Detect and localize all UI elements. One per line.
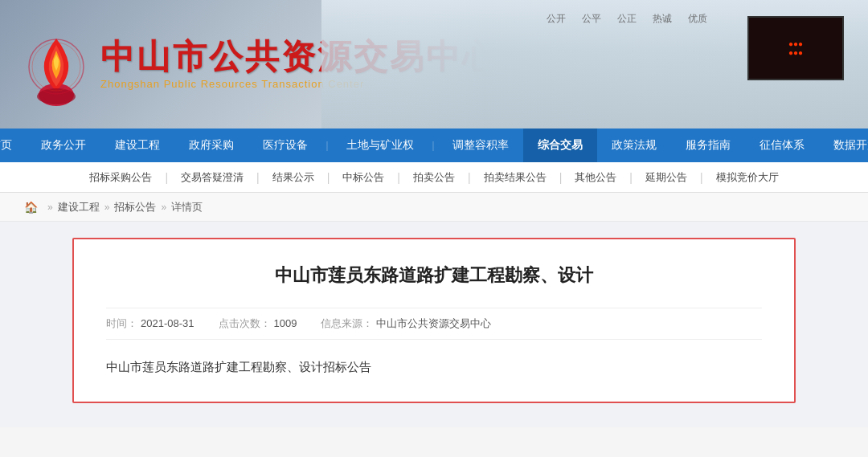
nav-item-procurement[interactable]: 政府采购 (174, 129, 248, 162)
banner-interior: 公开 公平 公正 热诚 优质 ●●●●●● (321, 0, 868, 129)
nav-item-medical[interactable]: 医疗设备 (248, 129, 322, 162)
nav-sec-item-auction-result[interactable]: 拍卖结果公告 (471, 162, 559, 192)
banner-slogans: 公开 公平 公正 热诚 优质 (547, 12, 707, 26)
nav-divider-1: ｜ (322, 139, 332, 153)
nav-item-comprehensive[interactable]: 综合交易 (523, 129, 597, 162)
breadcrumb-arrow-3: » (161, 202, 166, 213)
article-meta: 时间： 2021-08-31 点击次数： 1009 信息来源： 中山市公共资源交… (106, 308, 762, 340)
nav-item-data[interactable]: 数据开放 (819, 129, 868, 162)
home-icon[interactable]: 🏠 (24, 201, 38, 214)
logo-flame-icon (24, 20, 88, 108)
main-content: 中山市莲员东路道路扩建工程勘察、设计 时间： 2021-08-31 点击次数： … (0, 222, 868, 427)
breadcrumb-item-construction[interactable]: 建设工程 (58, 200, 100, 214)
meta-source-label: 信息来源： (321, 316, 373, 331)
breadcrumb-arrow-2: » (104, 202, 110, 213)
article-body-text: 中山市莲员东路道路扩建工程勘察、设计招标公告 (106, 356, 762, 377)
nav-item-adjust[interactable]: 调整容积率 (438, 129, 523, 162)
nav-primary: 首页 政务公开 建设工程 政府采购 医疗设备 ｜ 土地与矿业权 ｜ 调整容积率 … (0, 129, 868, 162)
article-body: 中山市莲员东路道路扩建工程勘察、设计招标公告 (106, 356, 762, 377)
banner-scoreboard: ●●●●●● (747, 16, 844, 80)
nav-sec-item-bidding[interactable]: 招标采购公告 (76, 162, 165, 192)
nav-item-home[interactable]: 首页 (0, 129, 27, 162)
meta-time-value: 2021-08-31 (141, 317, 194, 329)
nav-item-land[interactable]: 土地与矿业权 (332, 129, 428, 162)
nav-sec-item-results[interactable]: 结果公示 (260, 162, 327, 192)
meta-source: 信息来源： 中山市公共资源交易中心 (321, 316, 491, 331)
nav-item-service[interactable]: 服务指南 (671, 129, 745, 162)
meta-clicks-label: 点击次数： (219, 316, 271, 331)
nav-item-credit[interactable]: 征信体系 (745, 129, 819, 162)
nav-sec-item-auction[interactable]: 拍卖公告 (400, 162, 468, 192)
header-banner: 中山市公共资源交易中心 Zhongshan Public Resources T… (0, 0, 868, 129)
nav-item-construction[interactable]: 建设工程 (100, 129, 174, 162)
nav-sec-item-other[interactable]: 其他公告 (562, 162, 629, 192)
article-card: 中山市莲员东路道路扩建工程勘察、设计 时间： 2021-08-31 点击次数： … (72, 238, 796, 403)
meta-source-value: 中山市公共资源交易中心 (376, 316, 491, 331)
article-title: 中山市莲员东路道路扩建工程勘察、设计 (106, 263, 762, 288)
nav-sec-item-winning[interactable]: 中标公告 (330, 162, 397, 192)
nav-sec-item-clarification[interactable]: 交易答疑澄清 (168, 162, 256, 192)
meta-time-label: 时间： (106, 316, 137, 331)
nav-secondary: 招标采购公告 | 交易答疑澄清 | 结果公示 | 中标公告 | 拍卖公告 | 拍… (0, 162, 868, 193)
nav-item-policy[interactable]: 政策法规 (597, 129, 671, 162)
nav-sec-item-simulation[interactable]: 模拟竞价大厅 (703, 162, 792, 192)
breadcrumb-current: 详情页 (171, 200, 203, 214)
breadcrumb: 🏠 » 建设工程 » 招标公告 » 详情页 (0, 193, 868, 222)
meta-clicks-value: 1009 (274, 317, 297, 329)
breadcrumb-arrow-1: » (47, 202, 53, 213)
meta-time: 时间： 2021-08-31 (106, 316, 194, 331)
nav-item-politics[interactable]: 政务公开 (27, 129, 100, 162)
nav-sec-item-delayed[interactable]: 延期公告 (633, 162, 700, 192)
breadcrumb-item-bidding[interactable]: 招标公告 (114, 200, 156, 214)
meta-clicks: 点击次数： 1009 (219, 316, 297, 331)
nav-divider-2: ｜ (428, 139, 438, 153)
